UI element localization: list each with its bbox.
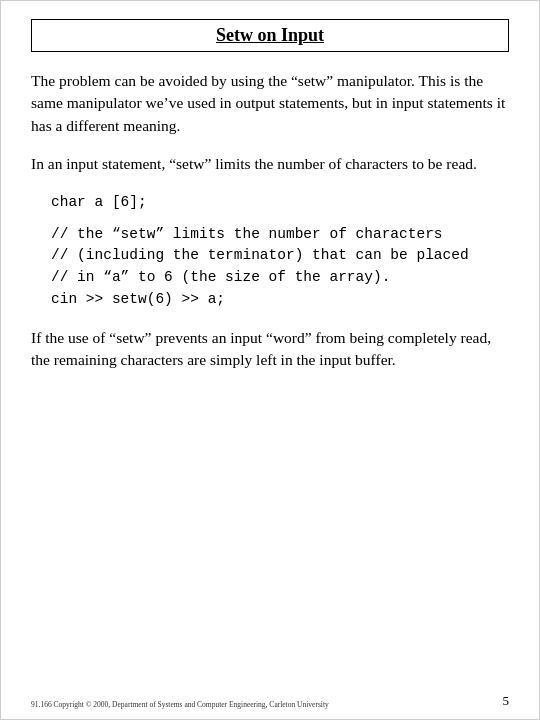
paragraph-1: The problem can be avoided by using the …	[31, 70, 509, 137]
paragraph-3: If the use of “setw” prevents an input “…	[31, 327, 509, 372]
code-line-4: // in “a” to 6 (the size of the array).	[51, 267, 509, 289]
code-block-2: // the “setw” limits the number of chara…	[51, 224, 509, 311]
page-number: 5	[503, 693, 510, 709]
code-line-3: // (including the terminator) that can b…	[51, 245, 509, 267]
footer: 91.166 Copyright © 2000, Department of S…	[1, 693, 539, 709]
page-container: Setw on Input The problem can be avoided…	[0, 0, 540, 720]
code-line-2: // the “setw” limits the number of chara…	[51, 224, 509, 246]
code-block-1: char a [6];	[51, 192, 509, 214]
page-title: Setw on Input	[216, 25, 324, 45]
code-line-1: char a [6];	[51, 192, 509, 214]
title-box: Setw on Input	[31, 19, 509, 52]
paragraph-2: In an input statement, “setw” limits the…	[31, 153, 509, 175]
code-line-5: cin >> setw(6) >> a;	[51, 289, 509, 311]
footer-copyright: 91.166 Copyright © 2000, Department of S…	[31, 700, 329, 709]
